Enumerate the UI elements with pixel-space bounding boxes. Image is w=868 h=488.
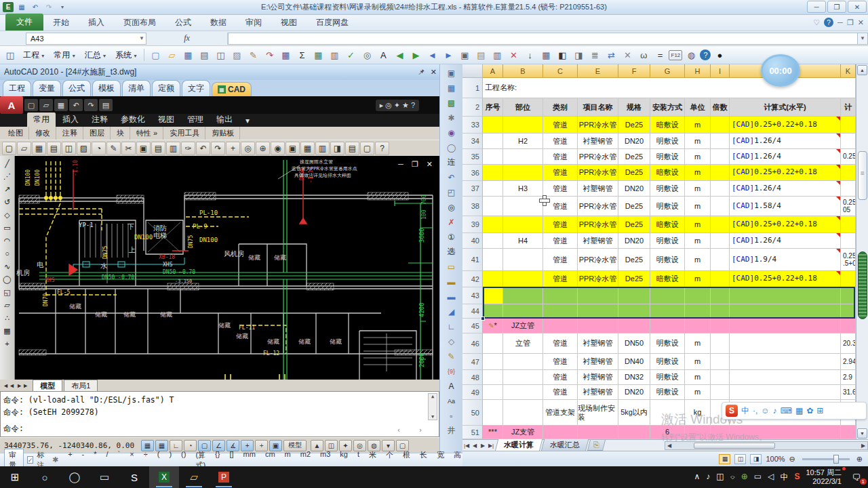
cell-35-f[interactable]: De25 xyxy=(618,149,650,165)
cell-42-h[interactable]: m xyxy=(685,271,711,287)
redo-icon[interactable]: ↷ xyxy=(43,2,54,12)
cell-40-e[interactable]: 衬塑钢管 xyxy=(578,233,618,249)
cad-tab-文字[interactable]: 文字 xyxy=(182,80,210,96)
brush-icon[interactable]: ✎ xyxy=(443,349,460,363)
acad-tool-icon-19[interactable]: ▣ xyxy=(285,142,300,155)
hscroll-thumb[interactable] xyxy=(694,443,775,449)
prev-blue-icon[interactable]: ◄ xyxy=(425,48,439,62)
minimize-button[interactable]: ─ xyxy=(807,1,826,13)
cell-34-f[interactable]: DN20 xyxy=(618,134,650,149)
cell-48-a[interactable] xyxy=(483,370,503,385)
workbook-minimize-icon[interactable]: ─ xyxy=(837,18,843,26)
cell-46-c[interactable]: 管道 xyxy=(543,333,578,354)
acad-tool-icon-13[interactable]: ↶ xyxy=(196,142,210,155)
clock[interactable]: 10:57 周二 2022/3/1 xyxy=(806,468,842,486)
cad-pane-close-icon[interactable]: ✕ xyxy=(431,68,437,77)
punctuation-icon[interactable]: ·, xyxy=(753,406,757,415)
font-a-icon[interactable]: A xyxy=(443,379,460,393)
cell-33-g[interactable]: 暗敷设 xyxy=(650,117,685,134)
acad-tool-icon-9[interactable]: ▣ xyxy=(136,142,151,155)
search-button[interactable]: ○ xyxy=(30,466,60,488)
new-icon[interactable]: ▢ xyxy=(148,48,163,62)
acad-ribbon-tab-常用[interactable]: 常用 xyxy=(27,113,56,127)
zoom-slider-thumb[interactable] xyxy=(833,455,839,464)
row-header-1[interactable]: 1 xyxy=(462,78,483,98)
cell-51-c[interactable] xyxy=(543,426,578,439)
workbook-restore-icon[interactable]: ❐ xyxy=(847,18,854,27)
cell-42-k[interactable] xyxy=(841,271,856,287)
cell-45-b[interactable]: JZ立管 xyxy=(503,319,543,333)
cell-43-b[interactable] xyxy=(503,287,543,304)
acad-tool-icon-20[interactable]: ▦ xyxy=(300,142,315,155)
tray-icon-5[interactable]: ▭ xyxy=(754,472,762,483)
cell-43-e[interactable] xyxy=(578,287,618,304)
cell-44-b[interactable] xyxy=(503,304,543,319)
cell-44-f[interactable] xyxy=(618,304,650,319)
cell-34-j[interactable]: [CAD]1.26/4 xyxy=(730,134,841,149)
draw-tool-icon-12[interactable]: ∴ xyxy=(1,312,14,324)
acad-tool-icon-21[interactable]: ▥ xyxy=(315,142,330,155)
cell-34-k[interactable] xyxy=(841,134,856,149)
tab-数据[interactable]: 数据 xyxy=(201,15,236,30)
cad-tab-定额[interactable]: 定额 xyxy=(152,80,180,96)
settings-icon[interactable]: ✱ xyxy=(50,453,60,467)
cell-49-j[interactable] xyxy=(730,385,841,400)
last-sheet-icon[interactable]: ▶| xyxy=(487,443,495,449)
ruler2-icon[interactable]: ▬ xyxy=(443,274,460,289)
row-header-47[interactable]: 47 xyxy=(462,354,483,370)
cell-38-e[interactable]: PPR冷水管 xyxy=(578,197,618,216)
cell-48-i[interactable] xyxy=(711,370,730,385)
acad-quick-icon-1[interactable]: ▱ xyxy=(39,99,53,111)
cell-47-b[interactable] xyxy=(503,354,543,370)
annotate-checkbox[interactable]: ✓ xyxy=(27,456,34,464)
tab-视图[interactable]: 视图 xyxy=(271,15,307,30)
draw-tool-icon-4[interactable]: ◇ xyxy=(1,209,14,221)
window-icon[interactable]: ◫ xyxy=(3,48,18,62)
save-icon[interactable]: ▦ xyxy=(180,48,195,62)
cell-36-b[interactable] xyxy=(503,165,543,181)
close-button[interactable]: ✕ xyxy=(848,1,867,13)
tray-icon-1[interactable]: ♪ xyxy=(706,472,710,483)
acad-panel-实用工具[interactable]: 实用工具 xyxy=(164,127,205,140)
zoom-slider[interactable] xyxy=(802,458,850,460)
cell-33-a[interactable] xyxy=(483,117,503,134)
row-header-44[interactable]: 44 xyxy=(462,304,483,319)
column-header-F[interactable]: F xyxy=(618,64,650,78)
table-icon[interactable]: ▦ xyxy=(311,48,326,62)
row-header-35[interactable]: 35 xyxy=(462,149,483,165)
cell-43-c[interactable] xyxy=(543,287,578,304)
cell-44-k[interactable] xyxy=(841,304,856,319)
cell-45-h[interactable] xyxy=(685,319,711,333)
eye-icon[interactable]: ◉ xyxy=(443,125,460,140)
tab-开始[interactable]: 开始 xyxy=(43,15,79,30)
draw-tool-icon-1[interactable]: ⋰ xyxy=(1,170,14,182)
acad-panel-特性 »[interactable]: 特性 » xyxy=(131,127,163,140)
draw-tool-icon-0[interactable]: ╱ xyxy=(1,157,14,169)
next-green-icon[interactable]: ▶ xyxy=(408,48,423,62)
acad-search-icon-1[interactable]: ◎ xyxy=(385,101,392,110)
find-icon[interactable]: ◎ xyxy=(443,200,460,214)
cell-40-g[interactable]: 明敷设 xyxy=(650,233,685,249)
cell-35-i[interactable] xyxy=(711,149,730,165)
paste-icon[interactable]: ▤ xyxy=(473,48,488,62)
cell-46-f[interactable]: DN50 xyxy=(618,333,650,354)
cell-37-k[interactable] xyxy=(841,181,856,197)
cell-40-f[interactable]: DN20 xyxy=(618,233,650,249)
cell-35-g[interactable]: 明敷设 xyxy=(650,149,685,165)
acad-ribbon-tab-插入[interactable]: 插入 xyxy=(56,113,85,127)
cell-48-g[interactable]: 明敷设 xyxy=(650,370,685,385)
column-header-A[interactable]: A xyxy=(483,64,503,78)
page-break-view-button[interactable]: ◨ xyxy=(750,454,762,464)
row-header-42[interactable]: 42 xyxy=(462,271,483,287)
tray-icon-0[interactable]: ∧ xyxy=(694,472,700,483)
equals-icon[interactable]: = xyxy=(652,48,667,62)
cell-47-c[interactable]: 管道 xyxy=(543,354,578,370)
cell-41-e[interactable]: PPR冷水管 xyxy=(578,249,618,271)
cortana-button[interactable]: ◯ xyxy=(60,466,90,488)
menu-系统[interactable]: 系统 ▾ xyxy=(111,47,140,63)
edit-icon[interactable]: ✎ xyxy=(245,48,260,62)
acad-tool-icon-2[interactable]: ▦ xyxy=(32,142,46,155)
cell-42-c[interactable]: 管道 xyxy=(543,271,578,287)
undo-icon[interactable]: ↶ xyxy=(30,2,41,12)
cell-47-f[interactable]: DN40 xyxy=(618,354,650,370)
